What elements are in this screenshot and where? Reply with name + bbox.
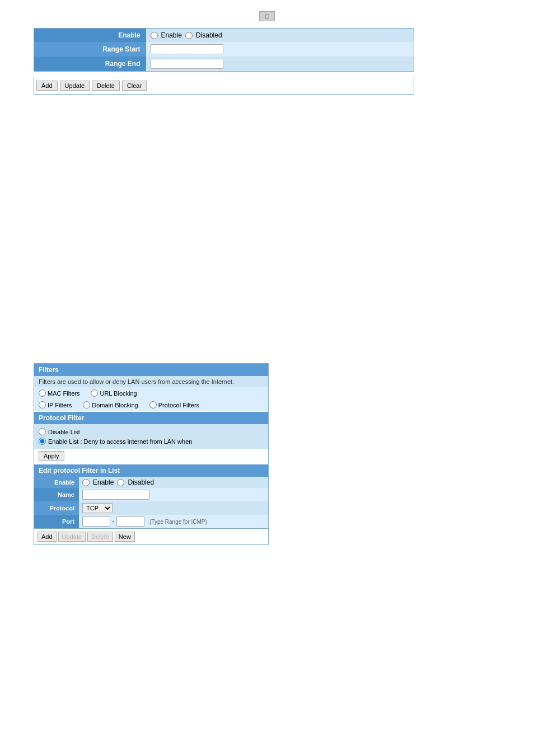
enable-list-label: Enable List : Deny to access internet fr… [48, 438, 192, 445]
range-start-cell [146, 42, 414, 57]
edit-enable-row: Enable Enable Disabled [34, 477, 268, 488]
filters-description: Filters are used to allow or deny LAN us… [34, 376, 268, 387]
edit-add-button[interactable]: Add [38, 532, 57, 542]
edit-name-row: Name [34, 488, 268, 501]
enable-label: Enable [34, 29, 146, 43]
edit-protocol-select[interactable]: TCP UDP ICMP [82, 503, 113, 513]
disable-list-label: Disable List [48, 429, 80, 435]
edit-enable-label: Enable [34, 477, 79, 488]
enable-radio-group: Enable Disabled [151, 31, 410, 39]
port-dash: - [112, 518, 116, 525]
mac-filters-option[interactable]: MAC Filters [39, 389, 79, 397]
edit-port-cell: - (Type Range for ICMP) [79, 515, 268, 528]
disabled-radio[interactable] [185, 32, 193, 39]
bottom-btn-row: Add Update Delete New [34, 528, 268, 544]
edit-protocol-cell: TCP UDP ICMP [79, 501, 268, 515]
apply-button[interactable]: Apply [39, 451, 64, 461]
edit-port-start-input[interactable] [82, 516, 110, 527]
domain-blocking-label: Domain Blocking [92, 402, 138, 408]
delete-button[interactable]: Delete [92, 81, 120, 91]
domain-blocking-radio[interactable] [83, 401, 90, 408]
range-end-row: Range End [34, 57, 414, 72]
domain-blocking-option[interactable]: Domain Blocking [83, 401, 138, 408]
top-small-button[interactable]: □ [259, 11, 275, 21]
edit-enable-option-label[interactable]: Enable [93, 478, 114, 486]
enable-row: Enable Enable Disabled [34, 29, 414, 43]
filters-title: Filters [34, 364, 268, 376]
filter-options-row1: MAC Filters URL Blocking [34, 387, 268, 399]
range-start-row: Range Start [34, 42, 414, 57]
disable-list-option[interactable]: Disable List [39, 428, 264, 435]
enable-list-radio[interactable] [39, 438, 46, 445]
add-button[interactable]: Add [36, 81, 58, 91]
apply-btn-row: Apply [34, 449, 268, 463]
ip-filters-radio[interactable] [39, 401, 46, 408]
edit-enable-radio[interactable] [82, 479, 90, 486]
edit-name-cell [79, 488, 268, 501]
mac-filters-radio[interactable] [39, 389, 46, 397]
port-note: (Type Range for ICMP) [149, 519, 207, 525]
range-end-cell [146, 57, 414, 72]
edit-port-label: Port [34, 515, 79, 528]
disabled-radio-label[interactable]: Disabled [196, 31, 222, 39]
edit-port-row: Port - (Type Range for ICMP) [34, 515, 268, 528]
url-blocking-label: URL Blocking [100, 390, 137, 397]
edit-protocol-label: Protocol [34, 501, 79, 515]
update-button[interactable]: Update [60, 81, 90, 91]
protocol-filter-title: Protocol Filter [34, 412, 268, 424]
page-wrapper: □ Enable Enable Disabled Range Start Ran… [0, 0, 534, 756]
protocol-filters-radio[interactable] [149, 401, 157, 408]
range-end-input[interactable] [151, 59, 223, 69]
edit-enable-radio-group: Enable Disabled [82, 478, 265, 486]
edit-form-table: Enable Enable Disabled Name Protocol [34, 477, 268, 528]
edit-enable-cell: Enable Disabled [79, 477, 268, 488]
protocol-filter-options: Disable List Enable List : Deny to acces… [34, 424, 268, 449]
edit-update-button[interactable]: Update [58, 532, 86, 542]
ip-filters-option[interactable]: IP Filters [39, 401, 72, 408]
edit-delete-button[interactable]: Delete [87, 532, 113, 542]
edit-section-title: Edit protocol Filter in List [34, 464, 268, 477]
edit-new-button[interactable]: New [115, 532, 135, 542]
enable-radio-label[interactable]: Enable [161, 31, 182, 39]
url-blocking-radio[interactable] [91, 389, 98, 397]
top-button-area: □ [34, 11, 500, 21]
edit-protocol-row: Protocol TCP UDP ICMP [34, 501, 268, 515]
button-row-1: Add Update Delete Clear [34, 77, 414, 95]
mac-filters-label: MAC Filters [48, 390, 79, 397]
protocol-filters-label: Protocol Filters [158, 402, 199, 408]
form1-table: Enable Enable Disabled Range Start Range… [34, 28, 414, 72]
range-start-label: Range Start [34, 42, 146, 57]
edit-name-input[interactable] [82, 490, 149, 500]
enable-radio[interactable] [151, 32, 158, 39]
filter-options-row2: IP Filters Domain Blocking Protocol Filt… [34, 399, 268, 411]
filters-panel: Filters Filters are used to allow or den… [34, 363, 269, 545]
protocol-filters-option[interactable]: Protocol Filters [149, 401, 199, 408]
clear-button[interactable]: Clear [122, 81, 147, 91]
ip-filters-label: IP Filters [48, 402, 72, 408]
edit-disabled-option-label[interactable]: Disabled [128, 478, 154, 486]
edit-disabled-radio[interactable] [117, 479, 124, 486]
edit-port-end-input[interactable] [116, 516, 144, 527]
disable-list-radio[interactable] [39, 428, 46, 435]
enable-cell: Enable Disabled [146, 29, 414, 43]
range-end-label: Range End [34, 57, 146, 72]
edit-name-label: Name [34, 488, 79, 501]
range-start-input[interactable] [151, 44, 223, 54]
enable-list-option[interactable]: Enable List : Deny to access internet fr… [39, 438, 264, 445]
url-blocking-option[interactable]: URL Blocking [91, 389, 137, 397]
